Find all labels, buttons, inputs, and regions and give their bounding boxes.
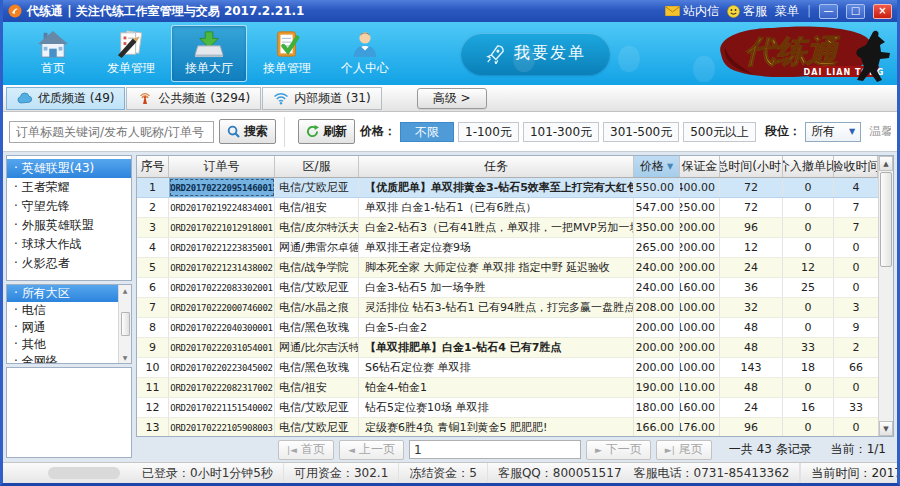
table-cell: ORD20170222083302001 xyxy=(169,278,275,297)
scroll-up-icon[interactable]: ▲ xyxy=(123,287,128,294)
table-cell: 电信/艾欧尼亚 xyxy=(275,418,359,437)
cloud-icon xyxy=(17,92,33,104)
table-row[interactable]: 4ORD20170221223835001网通/弗雷尔卓德单双排王者定位赛9场2… xyxy=(137,238,878,258)
table-cell: 550.00 xyxy=(634,178,680,197)
sidebar-item-game[interactable]: 英雄联盟(43) xyxy=(7,159,131,178)
rank-dropdown[interactable]: 所有 ▼ xyxy=(805,122,861,142)
column-header-total-hours[interactable]: 总时间(小时) xyxy=(720,156,783,177)
table-row[interactable]: 2ORD20170219224834001电信/祖安单双排 白金1-钻石1（已有… xyxy=(137,198,878,218)
table-row[interactable]: 11ORD20170222082317002电信/祖安铂金4-铂金1190.00… xyxy=(137,378,878,398)
table-cell: 0 xyxy=(834,418,878,437)
advanced-button[interactable]: 高级 > xyxy=(417,88,487,109)
table-cell: 25 xyxy=(783,278,834,297)
scroll-thumb[interactable] xyxy=(880,172,892,267)
maximize-button[interactable]: □ xyxy=(846,4,865,19)
service-label: 客服 xyxy=(743,3,767,20)
profile-icon xyxy=(349,30,381,58)
price-option[interactable]: 不限 xyxy=(400,122,454,142)
region-scrollbar[interactable]: ▲ ▼ xyxy=(118,285,131,363)
sidebar-item-region[interactable]: 全网络 xyxy=(7,353,118,364)
minimize-button[interactable]: — xyxy=(819,4,838,19)
tab-public-channel[interactable]: 公共频道 (3294) xyxy=(126,87,261,110)
order-hall-icon xyxy=(193,30,225,58)
menu-button[interactable]: 菜单 xyxy=(775,3,799,20)
page-number-input[interactable] xyxy=(409,440,581,459)
nav-item-home[interactable]: 首页 xyxy=(15,25,91,82)
sidebar-item-game[interactable]: 守望先锋 xyxy=(7,197,131,216)
table-cell: 单双排 白金1-钻石1（已有6胜点） xyxy=(359,198,634,217)
table-cell: 【单双排肥单】白金1-钻石4 已有7胜点 xyxy=(359,338,634,357)
table-cell: 电信/水晶之痕 xyxy=(275,298,359,317)
sidebar-item-game[interactable]: 王者荣耀 xyxy=(7,178,131,197)
table-row[interactable]: 13ORD20170222105908003电信/艾欧尼亚定级赛6胜4负 青铜1… xyxy=(137,418,878,437)
column-header-order-id[interactable]: 订单号 xyxy=(169,156,275,177)
support-phone-text: 客服电话：0731-85413362 xyxy=(634,465,790,482)
price-option[interactable]: 301-500元 xyxy=(603,122,679,142)
search-input[interactable] xyxy=(9,121,214,143)
titlebar-separator: | xyxy=(807,4,811,18)
sidebar-item-game[interactable]: 球球大作战 xyxy=(7,235,131,254)
channel-tabbar: 优质频道 (49) 公共频道 (3294) 内部频道 (31) 高级 > xyxy=(3,85,897,112)
table-cell: ORD20170222105908003 xyxy=(169,418,275,437)
tab-premium-channel[interactable]: 优质频道 (49) xyxy=(6,87,125,110)
scroll-down-icon[interactable]: ▼ xyxy=(879,421,893,436)
table-row[interactable]: 5ORD20170221231438002电信/战争学院脚本死全家 大师定位赛 … xyxy=(137,258,878,278)
post-order-button[interactable]: 我要发单 xyxy=(461,33,610,75)
table-row[interactable]: 9ORD20170222031054001网通/比尔吉沃特【单双排肥单】白金1-… xyxy=(137,338,878,358)
table-row[interactable]: 3ORD20170221012918001电信/皮尔特沃夫白金2-钻石3（已有4… xyxy=(137,218,878,238)
sidebar-item-game[interactable]: 火影忍者 xyxy=(7,254,131,273)
tab-internal-channel[interactable]: 内部频道 (31) xyxy=(262,87,381,110)
price-option[interactable]: 500元以上 xyxy=(683,122,756,142)
content-area: 序号 订单号 区/服 任务 价格 ▼ 保证金 总时间(小时) 介入撤单比 验收时… xyxy=(134,152,897,462)
sidebar-item-region[interactable]: 所有大区 xyxy=(7,285,118,302)
table-cell: ORD20170221231438002 xyxy=(169,258,275,277)
table-cell: 200.00 xyxy=(680,338,720,357)
price-header-label: 价格 xyxy=(640,158,664,175)
table-cell: ORD20170222040300001 xyxy=(169,318,275,337)
table-cell: 10 xyxy=(137,358,169,377)
column-header-region[interactable]: 区/服 xyxy=(275,156,359,177)
table-cell: S6钻石定位赛 单双排 xyxy=(359,358,634,377)
prev-page-button[interactable]: ◄ 上一页 xyxy=(339,440,404,460)
prev-page-label: 上一页 xyxy=(359,441,395,458)
nav-item-profile[interactable]: 个人中心 xyxy=(327,25,403,82)
scroll-up-icon[interactable]: ▲ xyxy=(879,156,893,171)
sidebar-item-region[interactable]: 电信 xyxy=(7,302,118,319)
column-header-task[interactable]: 任务 xyxy=(359,156,634,177)
table-row[interactable]: 12ORD20170221151540002电信/艾欧尼亚钻石5定位赛10场 单… xyxy=(137,398,878,418)
sidebar-item-region[interactable]: 网通 xyxy=(7,319,118,336)
table-row[interactable]: 8ORD20170222040300001电信/黑色玫瑰白金5-白金2200.0… xyxy=(137,318,878,338)
sidebar-item-region[interactable]: 其他 xyxy=(7,336,118,353)
column-header-deposit[interactable]: 保证金 xyxy=(680,156,720,177)
table-cell: 3 xyxy=(834,298,878,317)
table-row[interactable]: 1ORD20170222095146001电信/艾欧尼亚【优质肥单】单双排黄金3… xyxy=(137,178,878,198)
table-row[interactable]: 6ORD20170222083302001电信/艾欧尼亚白金3-钻石5 加一场争… xyxy=(137,278,878,298)
post-manage-icon xyxy=(115,30,147,58)
customer-service-button[interactable]: 客服 xyxy=(727,3,767,20)
table-cell: 单双排王者定位赛9场 xyxy=(359,238,634,257)
column-header-accept-time[interactable]: 验收时间 xyxy=(834,156,878,177)
column-header-price[interactable]: 价格 ▼ xyxy=(634,156,680,177)
price-option[interactable]: 1-100元 xyxy=(458,122,519,142)
table-row[interactable]: 10ORD20170220223045002电信/黑色玫瑰S6钻石定位赛 单双排… xyxy=(137,358,878,378)
close-button[interactable]: × xyxy=(873,4,892,19)
column-header-index[interactable]: 序号 xyxy=(137,156,169,177)
table-row[interactable]: 7ORD20170222000746002电信/水晶之痕灵活排位 钻石3-钻石1… xyxy=(137,298,878,318)
scroll-thumb[interactable] xyxy=(121,312,130,336)
nav-item-post-manage[interactable]: 发单管理 xyxy=(93,25,169,82)
column-header-cancel-ratio[interactable]: 介入撤单比 xyxy=(783,156,834,177)
scroll-down-icon[interactable]: ▼ xyxy=(123,354,128,361)
table-cell: 240.00 xyxy=(634,258,680,277)
price-option[interactable]: 101-300元 xyxy=(523,122,599,142)
search-button[interactable]: 搜索 xyxy=(219,119,276,144)
refresh-button[interactable]: 刷新 xyxy=(298,119,355,144)
table-cell: 11 xyxy=(137,378,169,397)
last-page-button[interactable]: ►| 尾页 xyxy=(656,440,712,460)
nav-item-order-hall[interactable]: 接单大厅 xyxy=(171,25,247,82)
nav-item-order-manage[interactable]: 接单管理 xyxy=(249,25,325,82)
table-scrollbar[interactable]: ▲ ▼ xyxy=(878,156,893,436)
sidebar-item-game[interactable]: 外服英雄联盟 xyxy=(7,216,131,235)
next-page-button[interactable]: ► 下一页 xyxy=(586,440,651,460)
inbox-button[interactable]: 站内信 xyxy=(665,3,719,20)
first-page-button[interactable]: |◄ 首页 xyxy=(278,440,334,460)
